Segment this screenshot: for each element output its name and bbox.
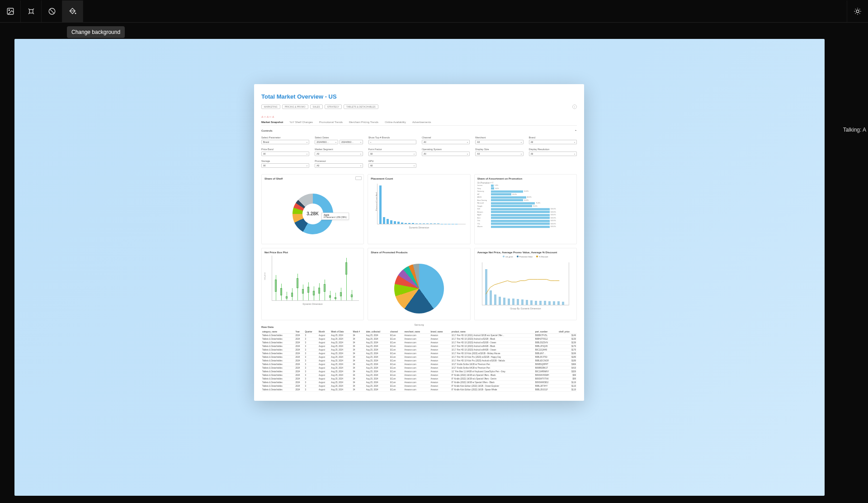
control-select[interactable]: All <box>529 140 577 144</box>
table-row[interactable]: Tablets & Detachables20243AugustAug 25, … <box>261 352 577 356</box>
tab-promo-trends[interactable]: Promotional Trends <box>319 121 343 123</box>
tag-row: MARKETING PRICING & PROMO SALES STRATEGY… <box>261 104 577 109</box>
control-select[interactable]: All <box>315 152 363 156</box>
control-select[interactable]: All <box>261 152 309 156</box>
table-row[interactable]: Tablets & Detachables20243AugustAug 25, … <box>261 348 577 352</box>
control-label: Display Size <box>475 148 523 151</box>
control-label: Show Top # Brands <box>368 136 416 139</box>
chevron-up-icon: ⌃ <box>575 129 577 133</box>
no-background-button[interactable] <box>42 0 62 22</box>
control-select[interactable]: All <box>422 152 470 156</box>
table-row[interactable]: Tablets & Detachables20243AugustAug 25, … <box>261 381 577 384</box>
canvas[interactable]: Total Market Overview - US MARKETING PRI… <box>14 39 825 496</box>
table-header: Year <box>294 330 304 334</box>
chart-caption: Group By: Dynamic Dimension <box>477 307 574 310</box>
control-input[interactable] <box>368 140 416 144</box>
table-row[interactable]: Tablets & Detachables20243AugustAug 25, … <box>261 356 577 359</box>
table-header: Week # <box>352 330 365 334</box>
table-header: channel <box>389 330 404 334</box>
tab-merchant-pricing[interactable]: Merchant Pricing Trends <box>349 121 378 123</box>
raw-data-table: category_nameYearQuarterMonthWeek of Dat… <box>261 330 577 392</box>
table-row[interactable]: Tablets & Detachables20243AugustAug 25, … <box>261 337 577 341</box>
boxplot-area <box>272 256 359 301</box>
control-channel: Channel All <box>422 136 470 144</box>
assortment-promo-chart: Share of Assortment on Promotion On Prom… <box>474 174 577 244</box>
control-select[interactable]: All <box>315 163 363 168</box>
control-brand: Brand All <box>529 136 577 144</box>
control-select[interactable]: All <box>368 163 416 168</box>
prohibit-icon <box>48 7 56 15</box>
info-icon[interactable]: i <box>572 104 577 109</box>
chart-title: Average Net Price, Average Promo Value, … <box>477 251 574 254</box>
dashboard-preview: Total Market Overview - US MARKETING PRI… <box>254 84 584 401</box>
change-background-button[interactable] <box>62 0 83 22</box>
bar-area <box>377 184 465 224</box>
table-row[interactable]: Tablets & Detachables20243AugustAug 25, … <box>261 345 577 348</box>
tab-availability[interactable]: Online Availability <box>385 121 406 123</box>
control-select[interactable]: All <box>422 140 470 144</box>
svg-rect-2 <box>29 9 33 13</box>
control-os: Operating System All <box>422 148 470 156</box>
control-select[interactable]: Brand <box>261 140 309 144</box>
table-header: part_number <box>534 330 558 334</box>
control-label: Processor <box>315 160 363 162</box>
chart-caption: Dynamic Dimension <box>264 303 361 305</box>
table-header: Week of Date <box>330 330 352 334</box>
chart-grid: Share of Shelf 3.28K Apple # Placement 1… <box>261 174 577 320</box>
control-resolution: Display Resolution All <box>529 148 577 156</box>
control-label: Select Parameter <box>261 136 309 139</box>
table-row[interactable]: Tablets & Detachables20243AugustAug 25, … <box>261 388 577 392</box>
control-select[interactable]: All <box>261 163 309 168</box>
control-label: Price Band <box>261 148 309 151</box>
table-row[interactable]: Tablets & Detachables20243AugustAug 25, … <box>261 377 577 381</box>
tag: MARKETING <box>261 104 280 109</box>
table-row[interactable]: Tablets & Detachables20243AugustAug 25, … <box>261 334 577 337</box>
image-tool-button[interactable] <box>0 0 21 22</box>
frame-tool-button[interactable] <box>21 0 42 22</box>
tab-market-snapshot[interactable]: Market Snapshot <box>261 121 283 123</box>
date-to-input[interactable]: 2024/08/2… <box>340 140 363 144</box>
expand-icon[interactable] <box>355 176 362 180</box>
tab-yoy-shelf[interactable]: YoY Shelf Changes <box>289 121 313 123</box>
table-header: merchant_name <box>404 330 430 334</box>
control-topn: Show Top # Brands <box>368 136 416 144</box>
chart-title: Share of Shelf <box>264 177 361 180</box>
table-row[interactable]: Tablets & Detachables20243AugustAug 25, … <box>261 384 577 388</box>
control-segment: Market Segment All <box>315 148 363 156</box>
theme-toggle-button[interactable] <box>847 0 868 22</box>
table-row[interactable]: Tablets & Detachables20243AugustAug 25, … <box>261 359 577 363</box>
tag: STRATEGY <box>325 104 342 109</box>
tabs: Market Snapshot YoY Shelf Changes Promot… <box>261 121 577 126</box>
table-row[interactable]: Tablets & Detachables20243AugustAug 25, … <box>261 366 577 370</box>
control-priceband: Price Band All <box>261 148 309 156</box>
table-row[interactable]: Tablets & Detachables20243AugustAug 25, … <box>261 341 577 345</box>
tag: PRICING & PROMO <box>282 104 308 109</box>
pie-chart <box>394 264 444 313</box>
control-label: Operating System <box>422 148 470 151</box>
control-label: Form Factor <box>368 148 416 151</box>
control-select[interactable]: All <box>475 152 523 156</box>
table-header: Quarter <box>304 330 318 334</box>
controls-header[interactable]: Controls ⌃ <box>261 129 577 133</box>
control-select[interactable]: All <box>368 152 416 156</box>
tab-ads[interactable]: Advertisements <box>412 121 431 123</box>
share-of-shelf-chart: Share of Shelf 3.28K Apple # Placement 1… <box>261 174 364 244</box>
control-select[interactable]: All <box>475 140 523 144</box>
table-header: brand_name <box>429 330 450 334</box>
date-from-input[interactable]: 2024/08/2… <box>315 140 338 144</box>
table-header-row: category_nameYearQuarterMonthWeek of Dat… <box>261 330 577 334</box>
chart-title: Net Price Box Plot <box>264 251 361 254</box>
placement-count-chart: Placement Count Placement Count (Avg) Dy… <box>368 174 470 244</box>
control-label: Channel <box>422 136 470 139</box>
table-row[interactable]: Tablets & Detachables20243AugustAug 25, … <box>261 374 577 377</box>
control-parameter: Select Parameter Brand <box>261 136 309 144</box>
dashboard-title: Total Market Overview - US <box>261 93 577 100</box>
table-row[interactable]: Tablets & Detachables20243AugustAug 25, … <box>261 370 577 374</box>
svg-point-4 <box>75 13 76 14</box>
svg-point-5 <box>856 10 859 13</box>
combo-area <box>482 262 569 305</box>
control-display: Display Size All <box>475 148 523 156</box>
control-select[interactable]: All <box>529 152 577 156</box>
toolbar-right <box>847 0 868 22</box>
table-row[interactable]: Tablets & Detachables20243AugustAug 25, … <box>261 363 577 366</box>
